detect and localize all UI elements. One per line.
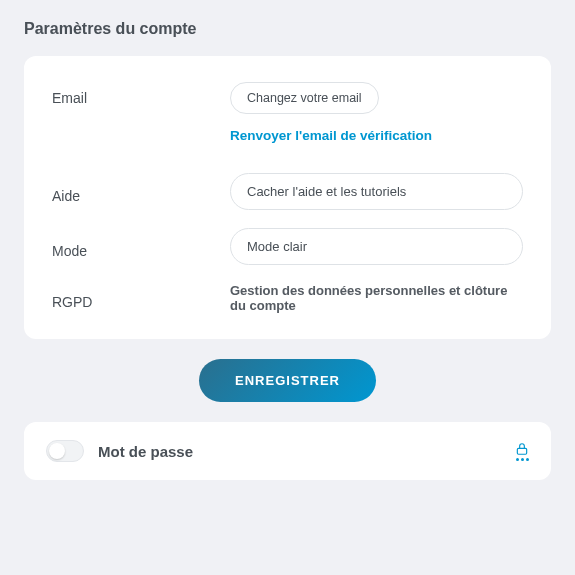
mode-select[interactable]: Mode clair (230, 228, 523, 265)
label-help: Aide (52, 180, 230, 204)
change-email-button[interactable]: Changez votre email (230, 82, 379, 114)
row-email: Email Changez votre email Renvoyer l'ema… (52, 82, 523, 143)
password-toggle[interactable] (46, 440, 84, 462)
password-card: Mot de passe (24, 422, 551, 480)
label-email: Email (52, 82, 230, 106)
label-rgpd: RGPD (52, 286, 230, 310)
page-title: Paramètres du compte (24, 20, 551, 38)
password-label: Mot de passe (98, 443, 501, 460)
resend-verification-link[interactable]: Renvoyer l'email de vérification (230, 128, 523, 143)
help-select[interactable]: Cacher l'aide et les tutoriels (230, 173, 523, 210)
svg-rect-0 (517, 448, 526, 454)
settings-card: Email Changez votre email Renvoyer l'ema… (24, 56, 551, 339)
lock-icon (515, 442, 529, 461)
row-help: Aide Cacher l'aide et les tutoriels (52, 173, 523, 210)
label-mode: Mode (52, 235, 230, 259)
row-rgpd: RGPD Gestion des données personnelles et… (52, 283, 523, 313)
row-mode: Mode Mode clair (52, 228, 523, 265)
rgpd-text: Gestion des données personnelles et clôt… (230, 283, 523, 313)
save-button[interactable]: ENREGISTRER (199, 359, 376, 402)
